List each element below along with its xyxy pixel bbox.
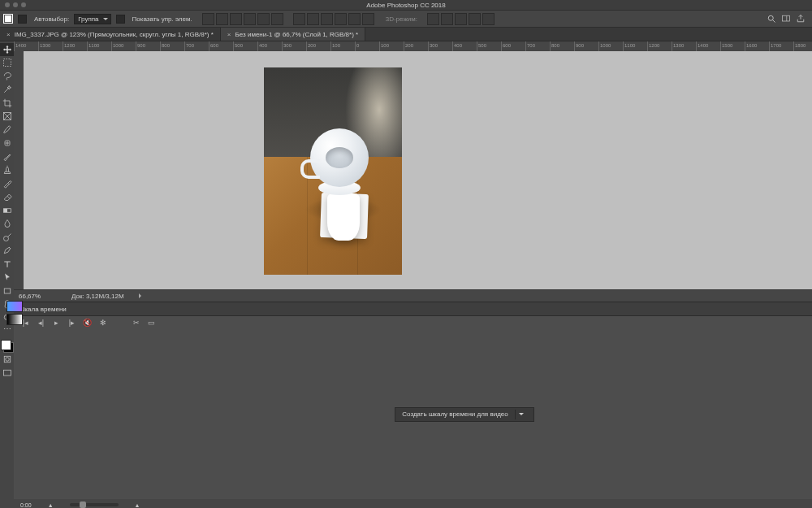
- ruler-tick: 600: [209, 41, 233, 51]
- align-hcenter-icon[interactable]: [257, 13, 270, 25]
- edit-toolbar-icon[interactable]: ⋯: [0, 325, 14, 333]
- color-swatches[interactable]: [0, 339, 14, 353]
- timeline-footer: 0:00 ▲ ▲: [14, 499, 812, 508]
- collapsed-color-panel-icon[interactable]: [6, 301, 23, 312]
- timeline-panel-title[interactable]: Шкала времени: [19, 306, 67, 313]
- distribute-vcenter-icon[interactable]: [307, 13, 319, 25]
- svg-line-1: [773, 20, 775, 23]
- autoselect-type-select[interactable]: Группа: [74, 14, 110, 24]
- document-image[interactable]: [264, 67, 402, 275]
- timeline-zoom-slider[interactable]: [70, 503, 119, 506]
- align-bottom-icon[interactable]: [230, 13, 242, 25]
- ruler-tick: 300: [428, 41, 452, 51]
- ruler-tick: 1400: [696, 41, 720, 51]
- ruler-tick: 500: [477, 41, 501, 51]
- document-size[interactable]: Док: 3,12M/3,12M: [63, 293, 124, 300]
- brush-tool-icon[interactable]: [0, 150, 14, 163]
- svg-point-19: [5, 358, 9, 362]
- svg-point-0: [768, 15, 773, 20]
- move-tool-preset-icon[interactable]: [3, 14, 13, 24]
- distribute-left-icon[interactable]: [335, 13, 347, 25]
- timeline-zoom-in-icon[interactable]: ▲: [135, 502, 140, 508]
- mode3d-zoom-icon[interactable]: [482, 13, 495, 25]
- blur-tool-icon[interactable]: [0, 218, 14, 231]
- workspace-icon[interactable]: [781, 14, 791, 24]
- eyedropper-tool-icon[interactable]: [0, 124, 14, 137]
- search-icon[interactable]: [767, 14, 776, 24]
- distribute-bottom-icon[interactable]: [321, 13, 333, 25]
- screenmode-icon[interactable]: [0, 367, 14, 380]
- timeline-settings-icon[interactable]: ✻: [99, 319, 106, 327]
- ruler-horizontal[interactable]: 1400130012001100100090080070060050040030…: [14, 41, 812, 51]
- distribute-group: [293, 13, 374, 25]
- distribute-top-icon[interactable]: [293, 13, 305, 25]
- frame-tool-icon[interactable]: [0, 111, 14, 124]
- move-tool-icon[interactable]: [0, 43, 14, 56]
- path-select-tool-icon[interactable]: [0, 271, 14, 284]
- ruler-tick: 800: [550, 41, 574, 51]
- distribute-right-icon[interactable]: [362, 13, 374, 25]
- timeline-panel: Шкала времени |◂ ◂| ▸ |▸ 🔇 ✻ ✂ ▭ Создать…: [14, 302, 812, 508]
- autoselect-checkbox[interactable]: [18, 15, 27, 24]
- next-frame-icon[interactable]: |▸: [68, 319, 76, 327]
- goto-first-frame-icon[interactable]: |◂: [22, 319, 29, 327]
- split-clip-icon[interactable]: ✂: [132, 319, 140, 327]
- transition-icon[interactable]: ▭: [148, 319, 155, 327]
- align-vcenter-icon[interactable]: [216, 13, 228, 25]
- ruler-tick: 1300: [38, 41, 63, 51]
- ruler-tick: 900: [574, 41, 598, 51]
- mode3d-pan-icon[interactable]: [455, 13, 467, 25]
- mode3d-orbit-icon[interactable]: [427, 13, 439, 25]
- ruler-tick: 300: [282, 41, 306, 51]
- crop-tool-icon[interactable]: [0, 97, 14, 110]
- ruler-vertical[interactable]: [14, 51, 24, 289]
- document-tab[interactable]: × Без имени-1 @ 66,7% (Слой 1, RGB/8*) *: [221, 28, 365, 41]
- rectangle-tool-icon[interactable]: [0, 284, 14, 297]
- zoom-level[interactable]: 66,67%: [14, 293, 63, 300]
- gradient-tool-icon[interactable]: [0, 204, 14, 217]
- pen-tool-icon[interactable]: [0, 245, 14, 258]
- prev-frame-icon[interactable]: ◂|: [37, 319, 45, 327]
- document-tab[interactable]: × IMG_3337.JPG @ 123% (Прямоугольник, ск…: [0, 28, 221, 41]
- create-timeline-dropdown-icon[interactable]: [515, 410, 527, 419]
- ruler-tick: 400: [257, 41, 282, 51]
- mac-titlebar: Adobe Photoshop CC 2018: [0, 0, 812, 10]
- play-icon[interactable]: ▸: [53, 319, 60, 327]
- distribute-hcenter-icon[interactable]: [348, 13, 361, 25]
- ruler-tick: 1800: [793, 41, 812, 51]
- ruler-tick: 100: [330, 41, 355, 51]
- timeline-zoom-out-icon[interactable]: ▲: [48, 502, 54, 508]
- marquee-tool-icon[interactable]: [0, 57, 14, 70]
- lasso-tool-icon[interactable]: [0, 70, 14, 83]
- share-icon[interactable]: [796, 14, 806, 24]
- show-transform-checkbox[interactable]: [116, 15, 125, 24]
- quickmask-icon[interactable]: [0, 354, 14, 367]
- close-tab-icon[interactable]: ×: [227, 31, 231, 38]
- ruler-tick: 1300: [672, 41, 696, 51]
- timeline-controls: |◂ ◂| ▸ |▸ 🔇 ✻ ✂ ▭: [14, 316, 812, 329]
- dodge-tool-icon[interactable]: [0, 231, 14, 244]
- magic-wand-tool-icon[interactable]: [0, 84, 14, 97]
- align-right-icon[interactable]: [271, 13, 283, 25]
- healing-brush-tool-icon[interactable]: [0, 137, 14, 150]
- ruler-tick: 1000: [598, 41, 623, 51]
- history-brush-tool-icon[interactable]: [0, 177, 14, 190]
- close-tab-icon[interactable]: ×: [6, 31, 11, 38]
- mode3d-roll-icon[interactable]: [441, 13, 453, 25]
- clone-stamp-tool-icon[interactable]: [0, 164, 14, 177]
- create-video-timeline-button[interactable]: Создать шкалу времени для видео: [395, 407, 533, 422]
- create-video-timeline-label: Создать шкалу времени для видео: [402, 410, 508, 418]
- show-transform-label: Показать упр. элем.: [132, 15, 192, 23]
- align-left-icon[interactable]: [244, 13, 256, 25]
- eraser-tool-icon[interactable]: [0, 191, 14, 204]
- svg-rect-12: [3, 209, 7, 213]
- ruler-tick: 1200: [63, 41, 87, 51]
- collapsed-swatches-panel-icon[interactable]: [6, 314, 23, 325]
- mode3d-slide-icon[interactable]: [469, 13, 481, 25]
- ruler-tick: 200: [306, 41, 330, 51]
- mute-icon[interactable]: 🔇: [84, 319, 91, 327]
- align-top-icon[interactable]: [202, 13, 214, 25]
- status-menu-arrow-icon[interactable]: [139, 293, 144, 298]
- type-tool-icon[interactable]: [0, 258, 14, 271]
- canvas[interactable]: [24, 51, 812, 289]
